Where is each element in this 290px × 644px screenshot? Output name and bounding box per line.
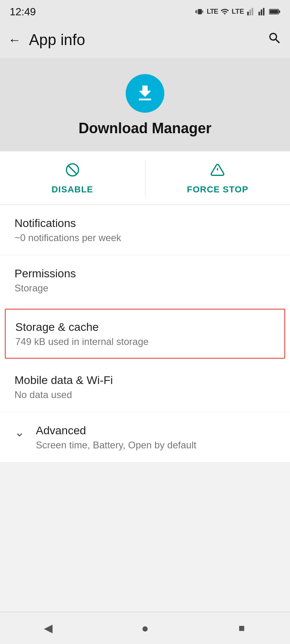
lte-icon: LTE — [232, 8, 244, 16]
search-button[interactable] — [267, 31, 282, 49]
permissions-title: Permissions — [14, 267, 276, 280]
lte-call-icon: LTE — [207, 8, 218, 16]
nav-back-button[interactable]: ◀ — [32, 612, 64, 644]
wifi-icon — [220, 7, 229, 16]
app-name: Download Manager — [79, 120, 211, 137]
storage-cache-subtitle: 749 kB used in internal storage — [15, 336, 275, 347]
force-stop-icon — [210, 163, 225, 180]
svg-rect-2 — [279, 10, 280, 13]
advanced-item[interactable]: ⌄ Advanced Screen time, Battery, Open by… — [0, 412, 290, 462]
nav-home-button[interactable]: ● — [129, 612, 161, 644]
svg-rect-0 — [198, 9, 202, 14]
notifications-item[interactable]: Notifications ~0 notifications per week — [0, 205, 290, 255]
download-icon — [135, 83, 155, 104]
signal1-icon — [246, 7, 255, 16]
disable-icon — [65, 163, 80, 180]
app-bar: ← App info — [0, 22, 290, 58]
chevron-down-icon: ⌄ — [14, 425, 25, 439]
permissions-subtitle: Storage — [14, 283, 276, 294]
permissions-item[interactable]: Permissions Storage — [0, 255, 290, 305]
action-row: DISABLE FORCE STOP — [0, 151, 290, 205]
notifications-subtitle: ~0 notifications per week — [14, 232, 276, 244]
disable-label: DISABLE — [52, 184, 93, 195]
svg-line-5 — [68, 165, 77, 174]
app-icon — [126, 74, 164, 113]
mobile-data-title: Mobile data & Wi-Fi — [14, 374, 276, 387]
status-time: 12:49 — [10, 6, 36, 18]
force-stop-label: FORCE STOP — [187, 184, 249, 195]
nav-recents-button[interactable]: ■ — [226, 612, 258, 644]
bottom-nav: ◀ ● ■ — [0, 612, 290, 644]
page-title: App info — [29, 31, 85, 49]
vibrate-icon — [195, 7, 204, 16]
advanced-title: Advanced — [36, 424, 196, 437]
nav-recents-icon: ■ — [238, 622, 245, 634]
signal2-icon — [258, 7, 267, 16]
storage-cache-title: Storage & cache — [15, 321, 275, 334]
force-stop-button[interactable]: FORCE STOP — [145, 151, 290, 204]
svg-rect-3 — [270, 10, 278, 14]
mobile-data-item[interactable]: Mobile data & Wi-Fi No data used — [0, 362, 290, 412]
advanced-text: Advanced Screen time, Battery, Open by d… — [36, 424, 196, 451]
status-icons: LTE LTE — [195, 7, 280, 16]
battery-icon — [269, 7, 280, 16]
app-header: Download Manager — [0, 58, 290, 151]
back-button[interactable]: ← — [8, 33, 21, 47]
notifications-title: Notifications — [14, 217, 276, 230]
mobile-data-subtitle: No data used — [14, 389, 276, 400]
app-bar-left: ← App info — [8, 31, 85, 49]
settings-list: Notifications ~0 notifications per week … — [0, 205, 290, 462]
advanced-subtitle: Screen time, Battery, Open by default — [36, 440, 196, 451]
nav-back-icon: ◀ — [44, 621, 53, 635]
status-bar: 12:49 LTE LTE — [0, 0, 290, 22]
storage-cache-item[interactable]: Storage & cache 749 kB used in internal … — [5, 309, 285, 359]
nav-home-icon: ● — [141, 621, 149, 635]
disable-button[interactable]: DISABLE — [0, 151, 145, 204]
